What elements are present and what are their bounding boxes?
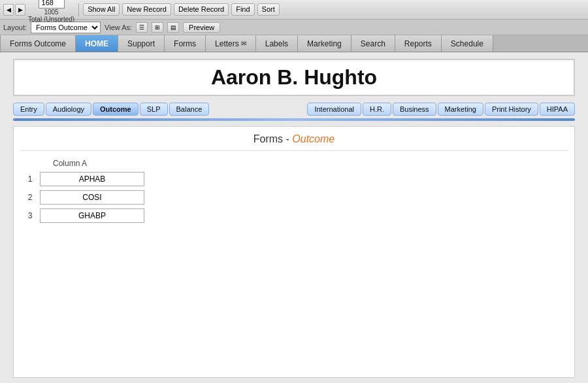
tab-search[interactable]: Search bbox=[351, 35, 395, 52]
record-tab-hr[interactable]: H.R. bbox=[363, 103, 391, 116]
form-cell-aphab[interactable]: APHAB bbox=[40, 172, 144, 186]
sep1 bbox=[78, 3, 79, 16]
sort-button[interactable]: Sort bbox=[257, 3, 280, 16]
tab-letters[interactable]: Letters ✉ bbox=[206, 35, 256, 52]
record-tab-entry[interactable]: Entry bbox=[13, 103, 44, 116]
view-list-button[interactable]: ☰ bbox=[136, 22, 148, 33]
blue-separator bbox=[13, 118, 575, 121]
tab-schedule[interactable]: Schedule bbox=[442, 35, 493, 52]
record-counter: 1005 Total (Unsorted) bbox=[28, 0, 74, 23]
tab-forms[interactable]: Forms bbox=[165, 35, 206, 52]
nav-tabs-bar: Forms Outcome HOME Support Forms Letters… bbox=[0, 35, 588, 52]
tab-forms-outcome[interactable]: Forms Outcome bbox=[0, 35, 76, 52]
view-grid-button[interactable]: ⊞ bbox=[152, 22, 163, 33]
main-toolbar: ◀ ▶ 1005 Total (Unsorted) Show All New R… bbox=[0, 0, 588, 20]
column-a-header: Column A bbox=[53, 159, 568, 168]
tab-support[interactable]: Support bbox=[118, 35, 165, 52]
preview-button[interactable]: Preview bbox=[183, 22, 220, 33]
view-as-label: View As: bbox=[105, 24, 132, 31]
prev-arrow[interactable]: ◀ bbox=[3, 4, 14, 16]
total-label: 1005 bbox=[44, 8, 58, 16]
record-tabs: Entry Audiology Outcome SLP Balance Inte… bbox=[13, 103, 575, 116]
tab-reports[interactable]: Reports bbox=[395, 35, 442, 52]
mail-icon: ✉ bbox=[241, 40, 246, 47]
row-num-1: 1 bbox=[20, 175, 40, 184]
forms-title-static: Forms - bbox=[253, 133, 293, 144]
find-button[interactable]: Find bbox=[231, 3, 254, 16]
tab-marketing[interactable]: Marketing bbox=[298, 35, 351, 52]
record-tab-outcome[interactable]: Outcome bbox=[93, 103, 139, 116]
record-tab-international[interactable]: International bbox=[307, 103, 361, 116]
tab-home[interactable]: HOME bbox=[76, 35, 118, 52]
form-row-3: 3 GHABP bbox=[20, 208, 568, 223]
record-tab-print-history[interactable]: Print History bbox=[485, 103, 538, 116]
record-tab-hipaa[interactable]: HIPAA bbox=[540, 103, 575, 116]
form-cell-cosi[interactable]: COSI bbox=[40, 190, 144, 205]
row-num-2: 2 bbox=[20, 193, 40, 202]
record-tab-slp[interactable]: SLP bbox=[140, 103, 168, 116]
layout-select[interactable]: Forms Outcome bbox=[31, 22, 101, 33]
show-all-button[interactable]: Show All bbox=[83, 3, 120, 16]
record-tab-business[interactable]: Business bbox=[393, 103, 436, 116]
record-tab-audiology[interactable]: Audiology bbox=[46, 103, 91, 116]
forms-title: Forms - Outcome bbox=[20, 133, 568, 151]
layout-bar: Layout: Forms Outcome View As: ☰ ⊞ ▤ Pre… bbox=[0, 20, 588, 35]
form-cell-ghabp[interactable]: GHABP bbox=[40, 208, 144, 223]
new-record-button[interactable]: New Record bbox=[122, 3, 171, 16]
forms-title-italic: Outcome bbox=[292, 133, 335, 144]
row-num-3: 3 bbox=[20, 211, 40, 220]
record-number-input[interactable] bbox=[39, 0, 65, 8]
record-tab-balance[interactable]: Balance bbox=[169, 103, 210, 116]
record-tab-marketing[interactable]: Marketing bbox=[438, 103, 483, 116]
form-row-1: 1 APHAB bbox=[20, 172, 568, 186]
next-arrow[interactable]: ▶ bbox=[15, 4, 25, 16]
layout-label: Layout: bbox=[3, 24, 27, 31]
main-content: Aaron B. Hughto Entry Audiology Outcome … bbox=[0, 52, 588, 383]
nav-arrows: ◀ ▶ bbox=[3, 4, 25, 16]
form-row-2: 2 COSI bbox=[20, 190, 568, 205]
forms-section: Forms - Outcome Column A 1 APHAB 2 COSI … bbox=[13, 126, 575, 378]
patient-header: Aaron B. Hughto bbox=[13, 59, 575, 96]
delete-record-button[interactable]: Delete Record bbox=[174, 3, 229, 16]
patient-name: Aaron B. Hughto bbox=[27, 65, 561, 90]
view-preview-button[interactable]: ▤ bbox=[167, 22, 179, 33]
tab-labels[interactable]: Labels bbox=[256, 35, 298, 52]
